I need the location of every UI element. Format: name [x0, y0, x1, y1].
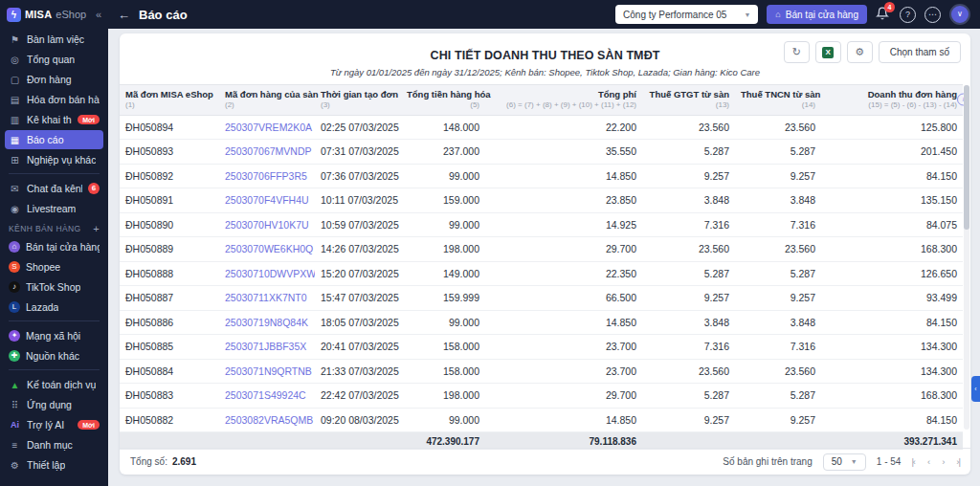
sidebar-item-invoice[interactable]: ▤Hóa đơn bán hàng [5, 90, 103, 109]
order-link[interactable]: 25030710DWVPXW [219, 268, 315, 279]
column-header[interactable]: Tổng tiền hàng hóa(5) [401, 89, 485, 111]
order-link[interactable]: 2503070F4VFH4U [219, 194, 315, 206]
sidebar-divider [9, 320, 100, 321]
sidebar-item-other-operations[interactable]: ⊞Nghiệp vụ khác [5, 150, 103, 169]
cell: 84.150 [821, 317, 963, 328]
sidebar-item-accounting-service[interactable]: ▲Kế toán dịch vụ [5, 375, 103, 394]
sidebar-item-ai-assistant[interactable]: AiTrợ lý AIMới [5, 415, 103, 434]
invoice-icon: ▤ [9, 95, 21, 105]
choose-parameters-button[interactable]: Chọn tham số [879, 41, 961, 63]
scrollbar-thumb[interactable] [964, 85, 969, 230]
column-label: Thuế GTGT từ sàn [648, 89, 729, 100]
total-cell: 472.390.177 [401, 436, 485, 447]
total-records-value: 2.691 [172, 456, 196, 467]
column-formula: (6) = (7) + (8) + (9) + (10) + (11) + (1… [491, 100, 636, 110]
cell: 159.000 [401, 194, 485, 206]
per-page-select[interactable]: 50 ▼ [823, 453, 866, 471]
order-link[interactable]: 25030719N8Q84K [219, 317, 315, 328]
notifications-button[interactable]: 4 [876, 7, 891, 22]
column-header[interactable]: Mã đơn MISA eShop(1) [120, 89, 219, 111]
sidebar-item-label: Nghiệp vụ khác [27, 154, 96, 166]
brand-name-bold: MISA [25, 9, 52, 20]
column-header[interactable]: Mã đơn hàng của sàn(2) [219, 89, 315, 111]
add-channel-icon[interactable]: + [93, 223, 100, 234]
sidebar-item-workspace[interactable]: ⚑Bàn làm việc [5, 30, 103, 49]
sidebar-divider [9, 173, 100, 174]
sidebar-item-other-source[interactable]: ✚Nguồn khác [5, 346, 103, 365]
sidebar-item-livestream[interactable]: ◉Livestream [5, 199, 103, 218]
order-link[interactable]: 25030711XK7NT0 [219, 292, 315, 303]
sidebar-collapse-icon[interactable]: « [96, 9, 101, 20]
sidebar-item-report[interactable]: ▦Báo cáo [5, 130, 103, 149]
total-cell: 79.118.836 [485, 436, 642, 447]
order-link[interactable]: 2503082VRA5QMB [219, 414, 315, 426]
order-link[interactable]: 250307067MVNDP [219, 145, 315, 157]
help-button[interactable]: ? [900, 7, 916, 23]
column-label: Mã đơn hàng của sàn [225, 89, 309, 100]
sidebar-item-social-network[interactable]: ✦Mạng xã hội [5, 326, 103, 345]
sell-at-store-button[interactable]: ⌂ Bán tại cửa hàng [767, 5, 867, 24]
column-formula: (3) [321, 100, 395, 110]
back-arrow-icon[interactable]: ← [118, 8, 130, 22]
refresh-button[interactable]: ↻ [784, 41, 810, 63]
top-header-bar: ← Báo cáo Công ty Performance 05 ▼ ⌂ Bán… [108, 0, 980, 29]
sidebar-item-apps[interactable]: ⠿Ứng dụng [5, 395, 103, 414]
cell: 18:05 07/03/2025 [315, 317, 401, 328]
company-select[interactable]: Công ty Performance 05 ▼ [615, 5, 758, 24]
sidebar-item-overview[interactable]: ◎Tổng quan [5, 50, 103, 69]
order-link[interactable]: 2503071JBBF35X [219, 341, 315, 352]
more-options-button[interactable]: ⋯ [924, 7, 941, 23]
table-row: ĐH05089225030706FFP3R507:36 07/03/202599… [120, 165, 963, 189]
column-header[interactable]: Thuế TNCN từ sàn(14) [735, 89, 821, 111]
sidebar-divider [9, 369, 100, 370]
first-page-button[interactable]: |‹ [911, 456, 915, 467]
sidebar-item-shopee[interactable]: SShopee [5, 257, 103, 276]
sidebar-item-categories[interactable]: ≡Danh mục [5, 435, 103, 454]
cell: 9.257 [642, 170, 735, 182]
sidebar-item-omnichannel-chat[interactable]: ✉Chat đa kênh6 [5, 179, 103, 198]
table-row: ĐH050894250307VREM2K0A02:25 07/03/202514… [120, 116, 963, 141]
column-formula: (13) [648, 100, 729, 110]
order-link[interactable]: 250307VREM2K0A [219, 122, 315, 133]
cell: 99.000 [401, 219, 485, 231]
sidebar-item-tiktok-shop[interactable]: ♪TikTok Shop [5, 277, 103, 297]
apps-icon: ⠿ [9, 400, 21, 410]
order-link[interactable]: 2503071N9QRTNB [219, 365, 315, 377]
column-header[interactable]: Doanh thu đơn hàng(15) = (5) - (6) - (13… [821, 89, 963, 111]
sidebar-item-settings[interactable]: ⚙Thiết lập [5, 455, 103, 475]
sidebar-item-tax-declaration[interactable]: ▥Kê khai thuếMới [5, 110, 103, 129]
cell: 201.450 [821, 145, 963, 157]
sidebar-item-lazada[interactable]: LLazada [5, 298, 103, 317]
orders-icon: ▢ [9, 75, 21, 85]
column-header[interactable]: Tổng phí(6) = (7) + (8) + (9) + (10) + (… [485, 89, 642, 111]
side-panel-toggle[interactable]: ‹ [971, 376, 980, 402]
order-link[interactable]: 2503071S49924C [219, 389, 315, 401]
company-select-value: Công ty Performance 05 [623, 10, 726, 20]
table-row: ĐH05088825030710DWVPXW15:20 07/03/202514… [120, 262, 963, 287]
table-settings-button[interactable]: ⚙ [847, 41, 873, 63]
excel-icon: X [822, 47, 834, 58]
next-page-button[interactable]: › [942, 456, 944, 467]
app-logo[interactable]: ϟ MISAeShop « [0, 0, 108, 29]
cell: 09:20 08/03/2025 [315, 414, 401, 426]
prev-page-button[interactable]: ‹ [927, 456, 929, 467]
cell: 10:11 07/03/2025 [315, 194, 401, 206]
order-link[interactable]: 2503070WE6KH0Q [219, 243, 315, 254]
report-subtitle: Từ ngày 01/01/2025 đến ngày 31/12/2025; … [120, 67, 970, 77]
column-header[interactable]: Thời gian tạo đơn(3) [315, 89, 401, 111]
column-header[interactable]: Thuế GTGT từ sàn(13) [642, 89, 735, 111]
cell: ĐH050891 [120, 194, 219, 206]
export-excel-button[interactable]: X [815, 41, 841, 63]
user-avatar[interactable]: ∨ [949, 4, 970, 25]
sidebar-item-orders[interactable]: ▢Đơn hàng [5, 70, 103, 89]
livestream-icon: ◉ [9, 204, 21, 214]
total-records-label: Tổng số: [130, 456, 167, 467]
sidebar-item-store-channel[interactable]: ⌂Bán tại cửa hàng [5, 237, 103, 256]
sidebar-item-label: Chat đa kênh [27, 183, 82, 194]
last-page-button[interactable]: ›| [956, 456, 960, 467]
cell: 3.848 [642, 194, 735, 206]
pagination: |‹ ‹ › ›| [911, 456, 960, 467]
order-link[interactable]: 2503070HV10K7U [219, 219, 315, 231]
order-link[interactable]: 25030706FFP3R5 [219, 170, 315, 182]
vertical-scrollbar[interactable] [964, 85, 969, 430]
